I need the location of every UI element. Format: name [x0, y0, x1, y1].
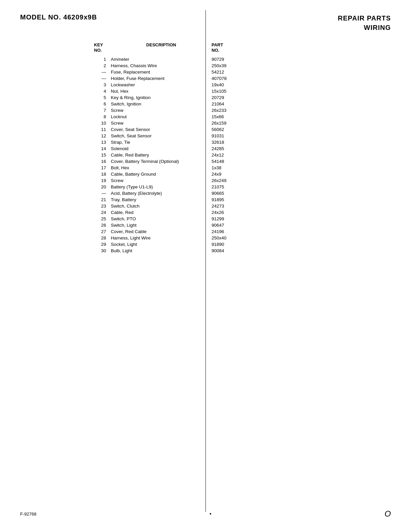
table-row-key: 19 [94, 178, 111, 183]
table-row-desc: Key & Ring, Ignition [111, 95, 212, 100]
table-row-key: 16 [94, 159, 111, 164]
table-row-key: 12 [94, 133, 111, 138]
part-no-header: PART NO. [212, 42, 245, 53]
table-row-key: 3 [94, 82, 111, 87]
table-row-desc: Locknut [111, 114, 212, 119]
parts-rows: 1Ammeter907292Harness, Chassis Wire250x3… [94, 57, 391, 253]
page-footer: F-92768 • O [20, 509, 391, 519]
footer-dot: • [210, 511, 212, 517]
table-row-key: 26 [94, 223, 111, 228]
table-row-key: 15 [94, 152, 111, 158]
table-row-key: — [94, 76, 111, 81]
table-row-part: 21064 [212, 101, 245, 106]
footer-symbol: O [384, 509, 391, 519]
table-row-part: 91890 [212, 242, 245, 247]
table-row-desc: Lockwasher [111, 82, 212, 87]
table-row-key: — [94, 70, 111, 75]
table-row-key: 21 [94, 197, 111, 202]
table-row-part: 24285 [212, 146, 245, 151]
table-row-part: 90665 [212, 191, 245, 196]
table-row-desc: Holder, Fuse Replacement [111, 76, 212, 81]
table-row-desc: Ammeter [111, 57, 212, 62]
table-row-part: 24273 [212, 204, 245, 209]
table-row-key: 18 [94, 172, 111, 177]
table-row-desc: Cover, Red Cable [111, 229, 212, 234]
table-row-part: 15x66 [212, 114, 245, 119]
table-row-part: 1x38 [212, 165, 245, 170]
vertical-divider [205, 10, 206, 512]
table-row-key: 28 [94, 235, 111, 240]
table-row-part: 32618 [212, 140, 245, 145]
table-row-part: 21075 [212, 184, 245, 189]
table-row-key: 20 [94, 184, 111, 189]
table-row-part: 26x249 [212, 178, 245, 183]
table-headers: KEY NO. DESCRIPTION PART NO. [94, 42, 391, 53]
table-row-part: 56062 [212, 127, 245, 132]
footer-code: F-92768 [20, 512, 36, 517]
table-row-key: 29 [94, 242, 111, 247]
table-row-key: 25 [94, 216, 111, 221]
table-row-key: 10 [94, 121, 111, 126]
table-row-key: 1 [94, 57, 111, 62]
table-row-desc: Switch, PTO [111, 216, 212, 221]
table-row-key: 24 [94, 210, 111, 215]
table-row-desc: Solenoid [111, 146, 212, 151]
table-row-desc: Screw [111, 108, 212, 113]
table-row-key: 30 [94, 248, 111, 253]
table-row-part: 91031 [212, 133, 245, 138]
table-row-key: 4 [94, 89, 111, 94]
table-row-part: 26x233 [212, 108, 245, 113]
table-row-part: 19x40 [212, 82, 245, 87]
table-row-desc: Screw [111, 178, 212, 183]
table-row-key: 11 [94, 127, 111, 132]
table-row-desc: Strap, Tie [111, 140, 212, 145]
table-row-desc: Switch, Ignition [111, 101, 212, 106]
description-header: DESCRIPTION [111, 42, 212, 53]
table-row-desc: Bolt, Hex [111, 165, 212, 170]
table-row-desc: Harness, Chassis Wire [111, 63, 212, 68]
table-row-desc: Cable, Red [111, 210, 212, 215]
table-row-part: 54212 [212, 70, 245, 75]
table-row-desc: Socket, Light [111, 242, 212, 247]
table-row-key: 23 [94, 204, 111, 209]
parts-table: KEY NO. DESCRIPTION PART NO. 1Ammeter907… [94, 42, 391, 253]
table-row-desc: Cover, Seat Sensor [111, 127, 212, 132]
table-row-key: 17 [94, 165, 111, 170]
table-row-part: 91895 [212, 197, 245, 202]
table-row-desc: Fuse, Replacement [111, 70, 212, 75]
table-row-desc: Cover, Battery Terminal (Optional) [111, 159, 212, 164]
table-row-key: 2 [94, 63, 111, 68]
table-row-desc: Harness, Light Wire [111, 235, 212, 240]
table-row-key: 6 [94, 101, 111, 106]
table-row-part: 90084 [212, 248, 245, 253]
repair-parts-title: REPAIR PARTS WIRING [338, 13, 391, 32]
table-row-desc: Switch, Light [111, 223, 212, 228]
table-row-key: 5 [94, 95, 111, 100]
table-row-key: 14 [94, 146, 111, 151]
table-row-key: — [94, 191, 111, 196]
table-row-part: 15x105 [212, 89, 245, 94]
table-row-part: 250x39 [212, 63, 245, 68]
table-row-desc: Nut, Hex [111, 89, 212, 94]
table-row-desc: Acid, Battery (Electrolyte) [111, 191, 212, 196]
table-row-part: 20729 [212, 95, 245, 100]
table-row-part: 24x9 [212, 172, 245, 177]
table-row-part: 407078 [212, 76, 245, 81]
table-row-key: 13 [94, 140, 111, 145]
table-row-key: 7 [94, 108, 111, 113]
table-row-desc: Battery (Type U1-L9) [111, 184, 212, 189]
table-row-part: 26x159 [212, 121, 245, 126]
table-row-part: 24196 [212, 229, 245, 234]
table-row-desc: Screw [111, 121, 212, 126]
table-row-part: 54148 [212, 159, 245, 164]
table-row-desc: Bulb, Light [111, 248, 212, 253]
table-row-part: 90647 [212, 223, 245, 228]
table-row-part: 91299 [212, 216, 245, 221]
table-row-part: 24x12 [212, 152, 245, 158]
table-row-key: 27 [94, 229, 111, 234]
table-row-desc: Tray, Battery [111, 197, 212, 202]
table-row-key: 8 [94, 114, 111, 119]
table-row-desc: Cable, Red Battery [111, 152, 212, 158]
table-row-part: 90729 [212, 57, 245, 62]
table-row-desc: Cable, Battery Ground [111, 172, 212, 177]
